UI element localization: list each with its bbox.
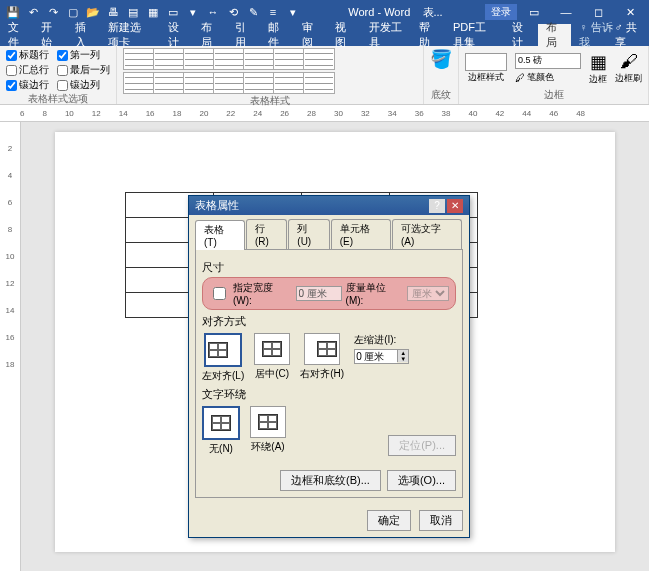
- qat-icon[interactable]: ≡: [266, 5, 280, 19]
- shading-icon[interactable]: 🪣: [430, 48, 452, 70]
- opt-镶边行[interactable]: 镶边行: [6, 78, 49, 92]
- qat-icon[interactable]: ▾: [186, 5, 200, 19]
- preview-icon[interactable]: ▤: [126, 5, 140, 19]
- tab-1[interactable]: 行(R): [246, 219, 287, 249]
- ribbon: 标题行第一列汇总行最后一列镶边行镶边列 表格样式选项 表格样式 🪣 底纹 边框样…: [0, 46, 649, 105]
- unit-select[interactable]: 厘米: [407, 286, 449, 301]
- group-label: 表格样式选项: [6, 92, 110, 106]
- save-icon[interactable]: 💾: [6, 5, 20, 19]
- menu-PDF工具集[interactable]: PDF工具集: [445, 24, 505, 46]
- login-button[interactable]: 登录: [485, 4, 517, 20]
- new-icon[interactable]: ▢: [66, 5, 80, 19]
- opt-汇总行[interactable]: 汇总行: [6, 63, 49, 77]
- width-input[interactable]: [296, 286, 342, 301]
- group-label: 表格样式: [123, 94, 417, 108]
- menu-布局[interactable]: 布局: [538, 24, 571, 46]
- redo-icon[interactable]: ↷: [46, 5, 60, 19]
- options-button[interactable]: 选项(O)...: [387, 470, 456, 491]
- menu-审阅[interactable]: 审阅: [294, 24, 327, 46]
- menu-引用[interactable]: 引用: [227, 24, 260, 46]
- border-style-dropdown[interactable]: [465, 53, 507, 71]
- spec-width-checkbox[interactable]: [213, 287, 226, 300]
- qat-icon[interactable]: ✎: [246, 5, 260, 19]
- qat-icon[interactable]: ▭: [166, 5, 180, 19]
- table-styles-gallery[interactable]: [123, 48, 331, 94]
- opt-镶边列[interactable]: 镶边列: [57, 78, 100, 92]
- menu-开始[interactable]: 开始: [33, 24, 66, 46]
- table-properties-dialog: 表格属性 ? ✕ 表格(T)行(R)列(U)单元格(E)可选文字(A) 尺寸 指…: [188, 195, 470, 538]
- wrap-label: 文字环绕: [202, 387, 456, 402]
- wrap-none-option[interactable]: [202, 406, 240, 440]
- qat-icon[interactable]: ▦: [146, 5, 160, 19]
- ribbon-group-shading: 🪣 底纹: [424, 46, 459, 104]
- menu-设计[interactable]: 设计: [504, 24, 537, 46]
- dialog-titlebar[interactable]: 表格属性 ? ✕: [189, 196, 469, 215]
- menu-邮件[interactable]: 邮件: [260, 24, 293, 46]
- position-button[interactable]: 定位(P)...: [388, 435, 456, 456]
- ok-button[interactable]: 确定: [367, 510, 411, 531]
- menu-文件[interactable]: 文件: [0, 24, 33, 46]
- print-icon[interactable]: 🖶: [106, 5, 120, 19]
- undo-icon[interactable]: ↶: [26, 5, 40, 19]
- vertical-ruler: 24681012141618: [0, 122, 21, 571]
- dialog-title: 表格属性: [195, 198, 239, 213]
- menu-插入[interactable]: 插入: [67, 24, 100, 46]
- window-title: Word - Word 表...: [306, 5, 485, 20]
- ribbon-group-borders: 边框样式 0.5 磅 🖊笔颜色 ▦边框 🖌边框刷 边框: [459, 46, 649, 104]
- ribbon-group-options: 标题行第一列汇总行最后一列镶边行镶边列 表格样式选项: [0, 46, 117, 104]
- wrap-around-option[interactable]: [250, 406, 286, 438]
- border-icon[interactable]: ▦: [590, 51, 607, 73]
- size-row: 指定宽度(W): 度量单位(M): 厘米: [202, 277, 456, 310]
- opt-标题行[interactable]: 标题行: [6, 48, 49, 62]
- qat-more-icon[interactable]: ▾: [286, 5, 300, 19]
- border-width-dropdown[interactable]: 0.5 磅: [515, 53, 581, 69]
- quick-access-toolbar: 💾 ↶ ↷ ▢ 📂 🖶 ▤ ▦ ▭ ▾ ↔ ⟲ ✎ ≡ ▾: [0, 5, 306, 19]
- menu-视图[interactable]: 视图: [327, 24, 360, 46]
- align-left-option[interactable]: [204, 333, 242, 367]
- pen-color-icon[interactable]: 🖊: [515, 72, 525, 83]
- dialog-tabs: 表格(T)行(R)列(U)单元格(E)可选文字(A): [189, 215, 469, 249]
- align-label: 对齐方式: [202, 314, 456, 329]
- indent-spinner[interactable]: ▲▼: [354, 349, 409, 364]
- size-label: 尺寸: [202, 260, 456, 275]
- opt-第一列[interactable]: 第一列: [57, 48, 100, 62]
- align-right-option[interactable]: [304, 333, 340, 365]
- menu-帮助[interactable]: 帮助: [411, 24, 444, 46]
- menu-新建选项卡[interactable]: 新建选项卡: [100, 24, 160, 46]
- opt-最后一列[interactable]: 最后一列: [57, 63, 110, 77]
- qat-icon[interactable]: ⟲: [226, 5, 240, 19]
- border-painter-icon[interactable]: 🖌: [620, 51, 638, 72]
- open-icon[interactable]: 📂: [86, 5, 100, 19]
- tab-0[interactable]: 表格(T): [195, 220, 245, 250]
- qat-icon[interactable]: ↔: [206, 5, 220, 19]
- cancel-button[interactable]: 取消: [419, 510, 463, 531]
- tab-3[interactable]: 单元格(E): [331, 219, 391, 249]
- help-icon[interactable]: ?: [429, 199, 445, 213]
- border-shading-button[interactable]: 边框和底纹(B)...: [280, 470, 381, 491]
- menu-设计[interactable]: 设计: [160, 24, 193, 46]
- tab-4[interactable]: 可选文字(A): [392, 219, 462, 249]
- tab-2[interactable]: 列(U): [288, 219, 329, 249]
- align-center-option[interactable]: [254, 333, 290, 365]
- menu-开发工具[interactable]: 开发工具: [361, 24, 412, 46]
- close-icon[interactable]: ✕: [447, 199, 463, 213]
- ribbon-group-styles: 表格样式: [117, 46, 424, 104]
- menu-布局[interactable]: 布局: [193, 24, 226, 46]
- menubar: 文件开始插入新建选项卡设计布局引用邮件审阅视图开发工具帮助PDF工具集设计布局♀…: [0, 24, 649, 46]
